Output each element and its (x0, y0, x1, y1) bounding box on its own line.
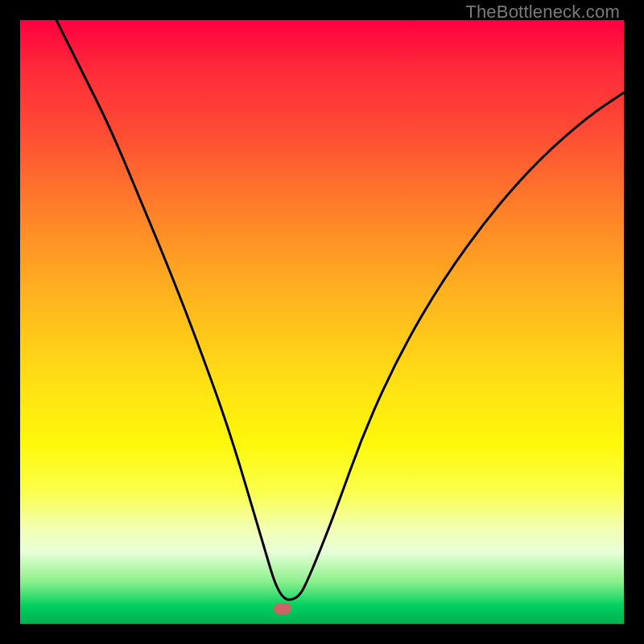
chart-plot-area (20, 20, 624, 624)
minimum-marker (274, 603, 291, 614)
watermark-text: TheBottleneck.com (465, 2, 620, 23)
chart-frame: TheBottleneck.com (0, 0, 644, 644)
